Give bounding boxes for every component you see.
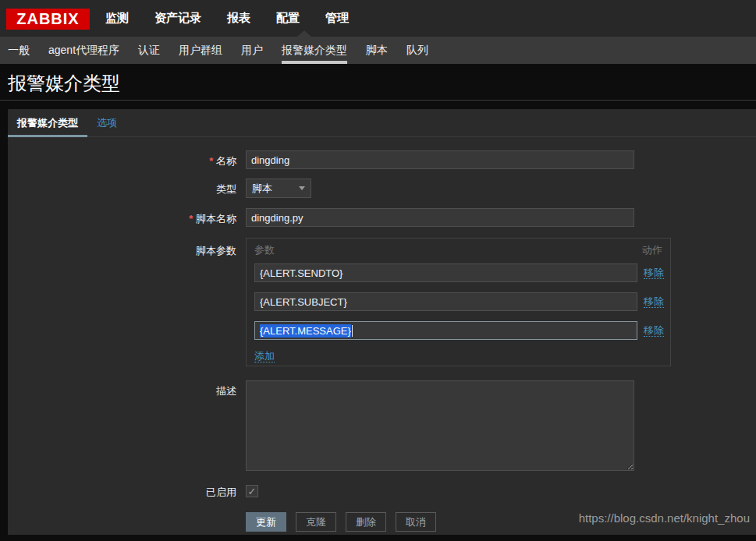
top-menu-monitoring[interactable]: 监测 [105, 11, 129, 26]
action-column-header: 动作 [642, 243, 662, 257]
script-name-input[interactable] [246, 208, 634, 227]
tab-options[interactable]: 选项 [87, 109, 126, 137]
dropdown-caret-icon [299, 186, 305, 190]
top-menu-inventory[interactable]: 资产记录 [154, 11, 201, 26]
param-input-sendto[interactable] [254, 263, 637, 282]
script-params-label: 脚本参数 [8, 238, 236, 258]
top-menu-administration[interactable]: 管理 [325, 11, 349, 26]
top-menu: 监测 资产记录 报表 配置 管理 [105, 0, 374, 37]
param-column-header: 参数 [254, 243, 275, 257]
description-label: 描述 [8, 380, 236, 398]
watermark: https://blog.csdn.net/knight_zhou [579, 511, 750, 525]
form-row-name: 名称 [8, 150, 634, 169]
selected-text: {ALERT.MESSAGE} [260, 324, 351, 338]
tab-bar: 报警媒介类型 选项 [8, 109, 756, 137]
enabled-checkbox[interactable] [246, 485, 258, 497]
text-cursor [352, 325, 353, 337]
top-menu-configuration[interactable]: 配置 [276, 11, 300, 26]
subnav-item-users[interactable]: 用户 [241, 37, 263, 64]
update-button[interactable]: 更新 [246, 512, 286, 532]
type-label: 类型 [8, 179, 236, 196]
param-row: 移除 [254, 263, 664, 282]
subnav-item-media-types[interactable]: 报警媒介类型 [282, 37, 347, 64]
remove-param-link[interactable]: 移除 [644, 295, 664, 308]
form-row-script-name: 脚本名称 [8, 208, 634, 227]
remove-param-link[interactable]: 移除 [644, 267, 664, 279]
page-title: 报警媒介类型 [8, 71, 120, 96]
script-params-header: 参数 动作 [254, 243, 664, 257]
param-row: {ALERT.MESSAGE} 移除 [254, 321, 664, 340]
delete-button[interactable]: 删除 [346, 512, 386, 532]
content-panel: 报警媒介类型 选项 名称 类型 脚本 脚本名称 脚本参数 参数 [8, 109, 756, 535]
param-input-message[interactable]: {ALERT.MESSAGE} [254, 321, 637, 340]
form-buttons: 更新 克隆 删除 取消 [246, 512, 445, 532]
type-select-value: 脚本 [252, 182, 272, 196]
subnav-item-general[interactable]: 一般 [8, 37, 30, 64]
tab-media-type[interactable]: 报警媒介类型 [8, 109, 87, 137]
enabled-label: 已启用 [8, 485, 236, 500]
subnav-item-authentication[interactable]: 认证 [138, 37, 160, 64]
form-row-enabled: 已启用 [8, 485, 258, 500]
type-select[interactable]: 脚本 [246, 179, 311, 198]
top-nav: ZABBIX 监测 资产记录 报表 配置 管理 [0, 0, 756, 37]
subnav-item-queue[interactable]: 队列 [406, 37, 428, 64]
clone-button[interactable]: 克隆 [296, 512, 336, 532]
form-row-script-params: 脚本参数 参数 动作 移除 移除 {ALERT.MESSAGE} [8, 238, 671, 366]
description-textarea[interactable] [246, 380, 634, 471]
active-menu-caret-icon [297, 30, 311, 37]
title-bar: 报警媒介类型 [0, 64, 756, 101]
param-row: 移除 [254, 292, 664, 311]
script-name-label: 脚本名称 [8, 208, 236, 226]
name-input[interactable] [246, 150, 634, 169]
cancel-button[interactable]: 取消 [396, 512, 436, 532]
add-param-link[interactable]: 添加 [254, 350, 275, 362]
form-row-type: 类型 脚本 [8, 179, 311, 198]
name-label: 名称 [8, 150, 236, 168]
script-params-box: 参数 动作 移除 移除 {ALERT.MESSAGE} 移除 [246, 238, 671, 366]
zabbix-logo[interactable]: ZABBIX [6, 9, 90, 30]
form-row-description: 描述 [8, 380, 634, 473]
subnav-item-scripts[interactable]: 脚本 [366, 37, 388, 64]
subnav-item-proxies[interactable]: agent代理程序 [48, 37, 119, 64]
top-menu-reports[interactable]: 报表 [227, 11, 250, 26]
sub-nav: 一般 agent代理程序 认证 用户群组 用户 报警媒介类型 脚本 队列 [0, 37, 756, 64]
param-input-subject[interactable] [254, 292, 637, 311]
remove-param-link[interactable]: 移除 [644, 324, 664, 337]
subnav-item-user-groups[interactable]: 用户群组 [179, 37, 222, 64]
